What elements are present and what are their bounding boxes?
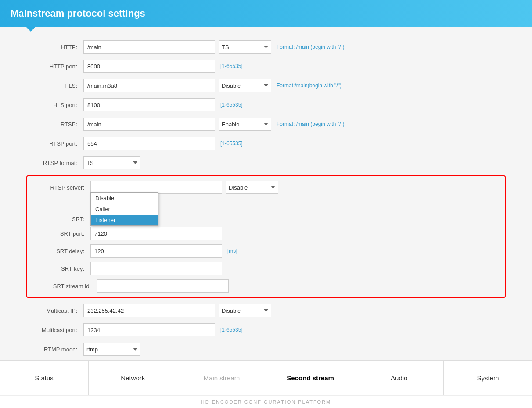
hls-row: HLS: Disable Enable Format:/main(begin w… — [26, 79, 506, 92]
http-port-input[interactable] — [83, 60, 215, 73]
srt-label: SRT: — [33, 216, 90, 222]
nav-system[interactable]: System — [444, 361, 532, 395]
http-label: HTTP: — [26, 44, 83, 50]
rtsp-format-row: RTSP format: TS ES — [26, 156, 506, 169]
srt-section: RTSP server: Disable Enable Disable Call… — [26, 175, 506, 298]
rtmp-mode-row: RTMP mode: rtmp rtmps — [26, 343, 506, 356]
nav-second-stream[interactable]: Second stream — [266, 361, 355, 395]
http-row: HTTP: TS ES Format: /main (begin with "/… — [26, 40, 506, 54]
multicast-ip-row: Multicast IP: Disable Enable — [26, 304, 506, 317]
hls-label: HLS: — [26, 82, 83, 89]
rtsp-server-select[interactable]: Disable Enable — [226, 181, 278, 194]
rtsp-format-select[interactable]: Enable Disable — [219, 118, 271, 131]
page-header: Mainstream protocol settings — [0, 0, 532, 27]
srt-port-label: SRT port: — [33, 230, 90, 237]
rtsp-port-label: RTSP port: — [26, 140, 83, 147]
srt-port-input[interactable] — [90, 227, 222, 240]
http-input[interactable] — [83, 40, 215, 54]
http-port-label: HTTP port: — [26, 63, 83, 70]
hls-port-row: HLS port: [1-65535] — [26, 98, 506, 111]
srt-stream-id-label: SRT stream id: — [33, 283, 97, 290]
srt-option-disable[interactable]: Disable — [91, 193, 158, 204]
srt-delay-label: SRT delay: — [33, 248, 90, 254]
rtmp-mode-select[interactable]: rtmp rtmps — [83, 343, 140, 356]
srt-key-label: SRT key: — [33, 265, 90, 272]
rtsp-format-mode-select[interactable]: TS ES — [83, 156, 140, 169]
srt-delay-input[interactable] — [90, 244, 222, 258]
srt-key-input[interactable] — [90, 262, 222, 275]
nav-network[interactable]: Network — [89, 361, 177, 395]
rtsp-label: RTSP: — [26, 121, 83, 128]
multicast-ip-select[interactable]: Disable Enable — [219, 304, 271, 317]
hls-format-select[interactable]: Disable Enable — [219, 79, 271, 92]
http-port-hint: [1-65535] — [220, 63, 243, 69]
srt-delay-hint: [ms] — [227, 248, 237, 254]
srt-stream-id-row: SRT stream id: — [33, 279, 499, 293]
hls-port-input[interactable] — [83, 98, 215, 111]
multicast-port-label: Multicast port: — [26, 327, 83, 333]
http-hint: Format: /main (begin with "/") — [277, 44, 345, 50]
rtsp-hint: Format: /main (begin with "/") — [277, 121, 345, 127]
http-format-select[interactable]: TS ES — [219, 40, 271, 54]
rtsp-port-hint: [1-65535] — [220, 140, 243, 147]
srt-key-row: SRT key: — [33, 262, 499, 275]
bottom-nav: Status Network Main stream Second stream… — [0, 360, 532, 395]
srt-stream-id-input[interactable] — [97, 279, 229, 293]
header-title: Mainstream protocol settings — [11, 8, 145, 19]
main-content: HTTP: TS ES Format: /main (begin with "/… — [0, 27, 532, 360]
rtsp-port-input[interactable] — [83, 137, 215, 150]
srt-port-row: SRT port: — [33, 227, 499, 240]
rtsp-server-label: RTSP server: — [33, 184, 90, 191]
rtmp-mode-label: RTMP mode: — [26, 346, 83, 353]
hls-input[interactable] — [83, 79, 215, 92]
srt-option-listener[interactable]: Listener — [91, 215, 158, 225]
multicast-port-hint: [1-65535] — [220, 327, 243, 333]
hls-hint: Format:/main(begin with "/") — [277, 82, 341, 89]
nav-audio[interactable]: Audio — [355, 361, 444, 395]
hls-port-hint: [1-65535] — [220, 102, 243, 108]
rtsp-input[interactable] — [83, 118, 215, 131]
srt-delay-row: SRT delay: [ms] — [33, 244, 499, 258]
nav-status[interactable]: Status — [0, 361, 89, 395]
srt-dropdown-popup[interactable]: Disable Caller Listener — [90, 192, 158, 226]
rtsp-row: RTSP: Enable Disable Format: /main (begi… — [26, 118, 506, 131]
multicast-ip-label: Multicast IP: — [26, 308, 83, 314]
rtsp-server-row: RTSP server: Disable Enable Disable Call… — [33, 181, 499, 194]
rtsp-port-row: RTSP port: [1-65535] — [26, 137, 506, 150]
multicast-port-row: Multicast port: [1-65535] — [26, 323, 506, 336]
platform-text: HD ENCODER CONFIGURATION PLATFORM — [201, 399, 331, 404]
nav-main-stream[interactable]: Main stream — [177, 361, 266, 395]
rtsp-format-label: RTSP format: — [26, 160, 83, 166]
platform-footer: HD ENCODER CONFIGURATION PLATFORM — [0, 395, 532, 408]
srt-option-caller[interactable]: Caller — [91, 204, 158, 215]
multicast-port-input[interactable] — [83, 323, 215, 336]
http-port-row: HTTP port: [1-65535] — [26, 60, 506, 73]
multicast-ip-input[interactable] — [83, 304, 215, 317]
hls-port-label: HLS port: — [26, 102, 83, 108]
